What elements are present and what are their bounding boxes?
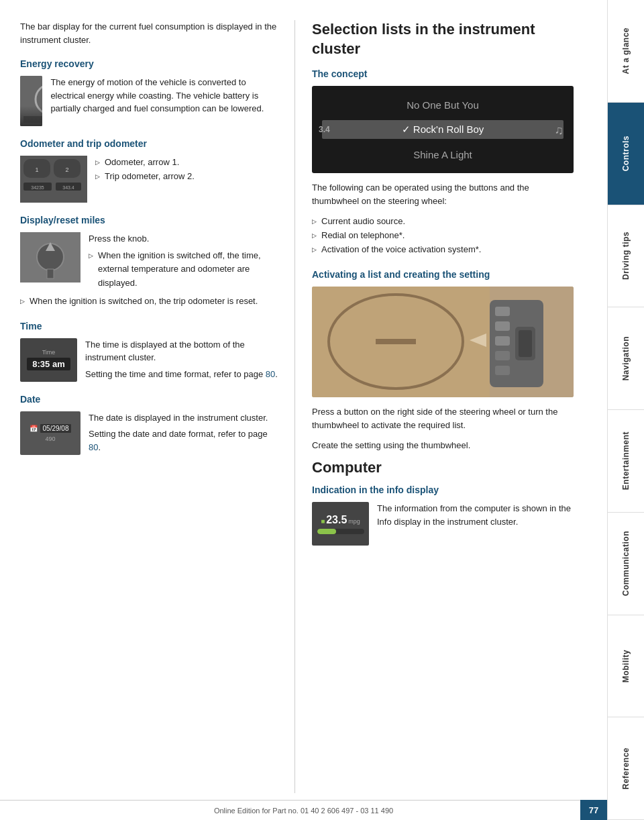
display-line-2: ✓ Rock'n Roll Boy ♫ [322,120,564,139]
activating-body-text-1: Press a button on the right side of the … [312,405,574,432]
display-reset-section: Display/reset miles Press the knob. [20,215,281,309]
sidebar-item-entertainment[interactable]: Entertainment [608,410,644,513]
concept-body-text: The following can be operated using the … [312,181,574,208]
energy-recovery-image: 5.1 [20,76,42,126]
time-display-label: Time [42,349,56,356]
concept-bullet-2: Redial on telephone*. [312,229,574,243]
display-reset-bullets: When the ignition is switched off, the t… [89,249,281,291]
info-display-image: ■ 23.5 mpg 200 400 [312,502,369,546]
energy-recovery-text: The energy of motion of the vehicle is c… [50,76,281,126]
display-reset-extra: When the ignition is switched on, the tr… [20,295,281,309]
computer-section: Computer Indication in the info display … [312,459,574,546]
energy-recovery-section: Energy recovery 5.1 The energy of motion… [20,58,281,126]
svg-text:343.4: 343.4 [62,185,74,190]
display-reset-bullet-1: When the ignition is switched off, the t… [89,249,281,291]
activating-section: Activating a list and creating the setti… [312,269,574,452]
odometer-heading: Odometer and trip odometer [20,138,281,149]
concept-bullet-1: Current audio source. [312,215,574,229]
activating-body-text-2: Create the setting using the thumbwheel. [312,439,574,452]
footer: Online Edition for Part no. 01 40 2 606 … [0,800,607,820]
svg-text:1: 1 [35,166,38,173]
page-number: 77 [580,800,607,820]
svg-rect-3 [23,116,42,123]
odometer-content: 1 2 34235 343.4 Odometer, arrow 1. Trip … [20,156,281,203]
svg-rect-16 [47,269,54,278]
indication-text: The information from the computer is sho… [377,502,574,539]
svg-rect-22 [495,351,510,360]
time-image: Time 8:35 am [20,338,77,382]
display-reset-heading: Display/reset miles [20,215,281,225]
time-section: Time Time 8:35 am The time is displayed … [20,321,281,382]
steering-wheel-image [312,287,574,397]
concept-bullets: Current audio source. Redial on telephon… [312,215,574,256]
sidebar-item-driving-tips[interactable]: Driving tips [608,205,644,308]
date-section: Date 📅 05/29/08 490 The date is displaye… [20,394,281,455]
sidebar-label-entertainment: Entertainment [621,431,631,490]
time-text: The time is displayed at the bottom of t… [85,338,281,364]
svg-rect-19 [495,307,510,316]
date-content: 📅 05/29/08 490 The date is displayed in … [20,411,281,455]
time-content: Time 8:35 am The time is displayed at th… [20,338,281,382]
sidebar-label-at-a-glance: At a glance [621,28,631,74]
concept-heading: The concept [312,68,574,79]
sidebar-item-at-a-glance[interactable]: At a glance [608,0,644,103]
sidebar-label-navigation: Navigation [621,336,631,380]
svg-rect-25 [519,330,532,357]
footer-text: Online Edition for Part no. 01 40 2 606 … [214,807,393,815]
mpg-unit: mpg [348,518,360,525]
svg-text:34235: 34235 [31,185,44,190]
mpg-value: 23.5 [326,514,347,526]
date-image: 📅 05/29/08 490 [20,411,80,455]
indication-heading: Indication in the info display [312,484,574,495]
odometer-bullet-2: Trip odometer, arrow 2. [95,170,195,184]
display-reset-image [20,232,80,283]
odometer-image: 1 2 34235 343.4 [20,156,87,203]
date-display-value: 05/29/08 [40,424,72,433]
sidebar: At a glance Controls Driving tips Naviga… [607,0,644,820]
main-heading: Selection lists in the instrument cluste… [312,20,574,58]
sidebar-label-reference: Reference [621,748,631,790]
computer-heading: Computer [312,459,574,476]
sidebar-label-driving-tips: Driving tips [621,232,631,280]
display-line-1: No One But You [322,96,564,114]
svg-rect-20 [495,321,510,331]
odometer-section: Odometer and trip odometer 1 2 34235 [20,138,281,203]
svg-text:2: 2 [65,166,68,173]
concept-section: The concept 3.4 No One But You ✓ Rock'n … [312,68,574,257]
svg-rect-23 [495,366,510,375]
odometer-bullets: Odometer, arrow 1. Trip odometer, arrow … [95,156,195,203]
sidebar-item-reference[interactable]: Reference [608,717,644,820]
sidebar-item-navigation[interactable]: Navigation [608,307,644,410]
svg-rect-21 [495,336,510,346]
date-text: The date is displayed in the instrument … [89,411,281,425]
sidebar-label-controls: Controls [621,136,631,171]
activating-heading: Activating a list and creating the setti… [312,269,574,280]
sidebar-label-communication: Communication [621,531,631,596]
sidebar-item-mobility[interactable]: Mobility [608,615,644,718]
date-setting-text: Setting the date and date format, refer … [89,427,281,454]
display-line-3: Shine A Light [322,146,564,164]
energy-recovery-content: 5.1 The energy of motion of the vehicle … [20,76,281,126]
energy-recovery-heading: Energy recovery [20,58,281,69]
concept-display-image: 3.4 No One But You ✓ Rock'n Roll Boy ♫ S… [312,86,574,173]
svg-rect-29 [376,339,416,344]
concept-bullet-3: Activation of the voice activation syste… [312,243,574,257]
display-reset-text: Press the knob. [89,232,281,246]
intro-text: The bar display for the current fuel con… [20,20,281,46]
indication-content: ■ 23.5 mpg 200 400 The information from … [312,502,574,546]
date-heading: Date [20,394,281,405]
time-heading: Time [20,321,281,331]
sidebar-label-mobility: Mobility [621,650,631,682]
date-page-ref[interactable]: 80 [89,442,98,452]
sidebar-item-controls[interactable]: Controls [608,103,644,205]
display-reset-extra-bullet: When the ignition is switched on, the tr… [20,295,281,309]
svg-rect-0 [20,76,42,126]
sidebar-item-communication[interactable]: Communication [608,513,644,615]
time-display-value: 8:35 am [27,358,70,370]
odometer-bullet-1: Odometer, arrow 1. [95,156,195,170]
time-setting-text: Setting the time and time format, refer … [85,368,281,381]
time-page-ref[interactable]: 80 [266,369,275,379]
